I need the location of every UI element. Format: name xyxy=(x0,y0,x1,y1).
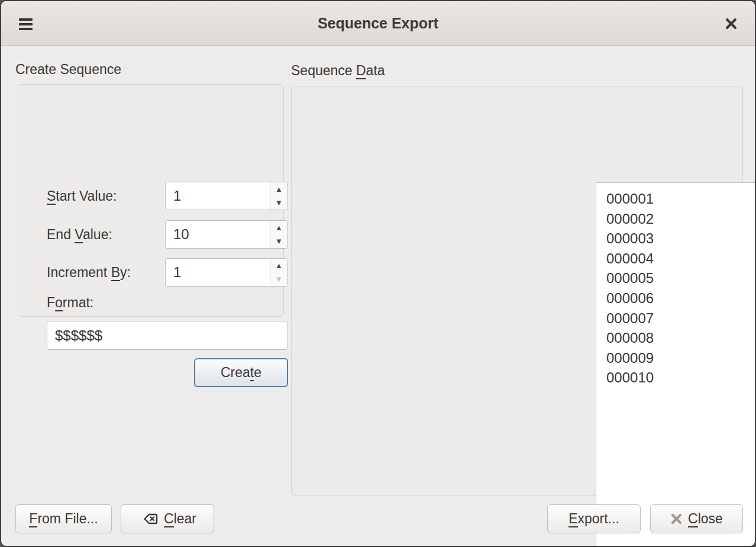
create-sequence-group: Start Value: ▲ ▼ End Value: ▲ ▼ Incremen… xyxy=(18,84,284,317)
sequence-data-group: 0000010000020000030000040000050000060000… xyxy=(291,86,743,495)
close-x-icon xyxy=(670,513,683,525)
create-button-label: Create xyxy=(221,365,261,381)
sequence-item[interactable]: 000008 xyxy=(606,328,756,348)
export-button[interactable]: Export... xyxy=(547,504,641,533)
increment-by-spin-buttons: ▲ ▼ xyxy=(270,259,287,286)
sequence-item[interactable]: 000005 xyxy=(606,268,756,288)
start-value-spin-buttons: ▲ ▼ xyxy=(270,182,287,210)
end-value-spin-up-icon[interactable]: ▲ xyxy=(270,221,287,234)
clear-button-label: Clear xyxy=(164,511,196,527)
start-value-spin-down-icon[interactable]: ▼ xyxy=(270,196,287,210)
window-close-button[interactable] xyxy=(722,14,741,33)
sequence-item[interactable]: 000001 xyxy=(606,189,756,209)
export-button-label: Export... xyxy=(568,511,619,527)
sequence-item[interactable]: 000003 xyxy=(606,229,756,249)
sequence-item[interactable]: 000009 xyxy=(606,348,756,368)
end-value-spin-down-icon[interactable]: ▼ xyxy=(270,234,287,248)
increment-by-input[interactable] xyxy=(166,259,270,286)
start-value-input[interactable] xyxy=(166,182,270,210)
sequence-item[interactable]: 000004 xyxy=(606,249,756,269)
end-value-spinbox: ▲ ▼ xyxy=(165,220,288,249)
end-value-label: End Value: xyxy=(47,220,112,249)
close-button[interactable]: Close xyxy=(650,504,743,533)
start-value-spin-up-icon[interactable]: ▲ xyxy=(270,182,287,196)
create-sequence-heading: Create Sequence xyxy=(15,62,121,78)
increment-by-spin-up-icon[interactable]: ▲ xyxy=(270,259,287,272)
window-title: Sequence Export xyxy=(1,15,755,32)
sequence-data-heading: Sequence Data xyxy=(291,63,385,79)
create-button[interactable]: Create xyxy=(194,358,288,387)
window-menu-button[interactable] xyxy=(17,15,34,33)
format-input[interactable] xyxy=(47,321,288,350)
sequence-item[interactable]: 000006 xyxy=(606,288,756,308)
titlebar: Sequence Export xyxy=(1,1,755,46)
sequence-item[interactable]: 000002 xyxy=(606,209,756,229)
clear-button[interactable]: Clear xyxy=(121,504,214,533)
window-close-icon xyxy=(725,17,738,30)
sequence-item[interactable]: 000010 xyxy=(606,368,756,388)
end-value-spin-buttons: ▲ ▼ xyxy=(270,221,287,248)
increment-by-spinbox: ▲ ▼ xyxy=(165,258,288,287)
from-file-button[interactable]: From File... xyxy=(15,504,112,533)
increment-by-spin-down-icon: ▼ xyxy=(270,272,287,286)
start-value-spinbox: ▲ ▼ xyxy=(165,182,288,210)
sequence-item[interactable]: 000007 xyxy=(606,308,756,329)
from-file-button-label: From File... xyxy=(29,511,98,527)
increment-by-label: Increment By: xyxy=(47,258,131,287)
format-label: Format: xyxy=(47,295,93,311)
sequence-export-dialog: Sequence Export Create Sequence Start Va… xyxy=(0,0,756,547)
sequence-list[interactable]: 0000010000020000030000040000050000060000… xyxy=(596,182,756,547)
start-value-label: Start Value: xyxy=(47,182,117,210)
end-value-input[interactable] xyxy=(166,221,270,248)
close-button-label: Close xyxy=(688,511,723,527)
hamburger-icon xyxy=(17,18,34,30)
backspace-icon xyxy=(138,511,159,526)
